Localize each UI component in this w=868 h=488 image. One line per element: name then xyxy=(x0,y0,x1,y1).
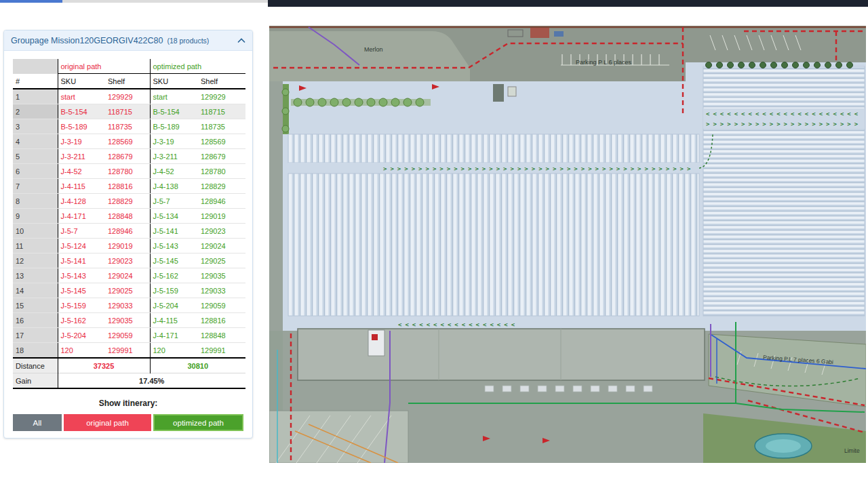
table-row[interactable]: 8J-4-128128829J-5-7128946 xyxy=(13,194,245,209)
original-shelf-cell: 129024 xyxy=(105,268,150,283)
row-index-cell: 3 xyxy=(13,119,58,134)
table-row[interactable]: 11J-5-124129019J-5-143129024 xyxy=(13,239,245,253)
optimized-sku-cell: J-5-143 xyxy=(150,239,198,253)
col-header-optimized-sku: SKU xyxy=(150,74,198,89)
col-header-index: # xyxy=(13,74,58,89)
original-shelf-cell: 129059 xyxy=(105,328,150,343)
optimized-path-arrows-right-2: >>>>>>>>>>>>>>>>>>>>>> xyxy=(706,121,861,127)
table-row[interactable]: 3B-5-189118735B-5-189118735 xyxy=(13,119,245,134)
optimized-sku-cell: J-5-162 xyxy=(150,268,198,283)
original-shelf-cell: 129019 xyxy=(105,239,150,253)
distance-original-value: 37325 xyxy=(58,358,150,373)
table-row[interactable]: 6J-4-52128780J-4-52128780 xyxy=(13,164,245,179)
optimized-sku-cell: J-5-141 xyxy=(150,224,198,239)
distance-optimized-value: 30810 xyxy=(150,358,245,373)
table-row[interactable]: 1start129929start129929 xyxy=(13,89,245,104)
optimized-shelf-cell: 128946 xyxy=(198,194,245,209)
table-row[interactable]: 12J-5-141129023J-5-145129025 xyxy=(13,253,245,268)
row-index-cell: 4 xyxy=(13,134,58,149)
optimized-sku-cell: J-5-145 xyxy=(150,253,198,268)
row-index-cell: 5 xyxy=(13,149,58,164)
table-row[interactable]: 15J-5-159129033J-5-204129059 xyxy=(13,298,245,313)
gain-row: Gain 17.45% xyxy=(13,373,245,389)
original-sku-cell: J-5-204 xyxy=(58,328,105,343)
optimized-sku-cell: J-5-159 xyxy=(150,283,198,298)
table-row[interactable]: 5J-3-211128679J-3-211128679 xyxy=(13,149,245,164)
optimized-sku-cell: B-5-154 xyxy=(150,104,198,119)
group-header-row: original path optimized path xyxy=(13,59,245,74)
table-row[interactable]: 2B-5-154118715B-5-154118715 xyxy=(13,104,245,119)
col-header-original-shelf: Shelf xyxy=(105,74,150,89)
group-header-spacer xyxy=(13,59,58,74)
table-row[interactable]: 18120129991120129991 xyxy=(13,343,245,359)
table-row[interactable]: 14J-5-145129025J-5-159129033 xyxy=(13,283,245,298)
original-sku-cell: J-5-162 xyxy=(58,313,105,328)
original-path-button[interactable]: original path xyxy=(64,414,151,431)
optimized-shelf-cell: 128848 xyxy=(198,328,245,343)
original-shelf-cell: 118735 xyxy=(105,119,150,134)
table-row[interactable]: 10J-5-7128946J-5-141129023 xyxy=(13,224,245,239)
optimized-path-button[interactable]: optimized path xyxy=(153,414,243,431)
optimized-sku-cell: J-5-7 xyxy=(150,194,198,209)
original-shelf-cell: 128946 xyxy=(105,224,150,239)
warehouse-map-svg: >>>>>>>>>>>>>>>>>>>>>>>>>>>>>>>>>>>>>>>>… xyxy=(269,26,866,463)
row-index-cell: 14 xyxy=(13,283,58,298)
original-sku-cell: J-3-19 xyxy=(58,134,105,149)
original-sku-cell: B-5-189 xyxy=(58,119,105,134)
optimized-sku-cell: J-4-138 xyxy=(150,179,198,194)
table-row[interactable]: 4J-3-19128569J-3-19128569 xyxy=(13,134,245,149)
floorplan-map[interactable]: >>>>>>>>>>>>>>>>>>>>>>>>>>>>>>>>>>>>>>>>… xyxy=(269,26,866,463)
optimized-sku-cell: J-5-134 xyxy=(150,209,198,224)
table-row[interactable]: 9J-4-171128848J-5-134129019 xyxy=(13,209,245,224)
building-bottom xyxy=(298,329,705,380)
optimized-shelf-cell: 129023 xyxy=(198,224,245,239)
row-index-cell: 17 xyxy=(13,328,58,343)
path-comparison-table: original path optimized path # SKU Shelf… xyxy=(13,59,245,389)
row-index-cell: 12 xyxy=(13,253,58,268)
table-row[interactable]: 16J-5-162129035J-4-115128816 xyxy=(13,313,245,328)
top-loading-bar xyxy=(0,0,62,3)
optimized-shelf-cell: 129033 xyxy=(198,283,245,298)
rack-block-right xyxy=(703,66,865,316)
row-index-cell: 9 xyxy=(13,209,58,224)
mission-panel: Groupage Mission120GEORGIV422C80 (18 pro… xyxy=(3,30,253,439)
path-table-body: 1start129929start1299292B-5-154118715B-5… xyxy=(13,89,245,358)
col-header-optimized-shelf: Shelf xyxy=(198,74,245,89)
row-index-cell: 18 xyxy=(13,343,58,359)
table-row[interactable]: 13J-5-143129024J-5-162129035 xyxy=(13,268,245,283)
original-sku-cell: J-4-171 xyxy=(58,209,105,224)
original-sku-cell: J-5-145 xyxy=(58,283,105,298)
original-shelf-cell: 128780 xyxy=(105,164,150,179)
optimized-shelf-cell: 128816 xyxy=(198,313,245,328)
show-all-button[interactable]: All xyxy=(13,414,62,431)
table-row[interactable]: 17J-5-204129059J-4-171128848 xyxy=(13,328,245,343)
original-sku-cell: J-5-124 xyxy=(58,239,105,253)
optimized-path-arrows-bottom: <<<<<<<<<<<<<<<<< xyxy=(398,321,518,328)
original-shelf-cell: 129991 xyxy=(105,343,150,359)
mission-title: Groupage Mission120GEORGIV422C80 xyxy=(11,36,163,45)
original-sku-cell: J-5-7 xyxy=(58,224,105,239)
collapse-chevron-icon[interactable] xyxy=(237,38,245,43)
optimized-shelf-cell: 118735 xyxy=(198,119,245,134)
row-index-cell: 7 xyxy=(13,179,58,194)
map-label-merlon: Merlon xyxy=(364,46,383,53)
row-index-cell: 2 xyxy=(13,104,58,119)
optimized-sku-cell: J-4-52 xyxy=(150,164,198,179)
original-shelf-cell: 129025 xyxy=(105,283,150,298)
original-shelf-cell: 128679 xyxy=(105,149,150,164)
original-shelf-cell: 129035 xyxy=(105,313,150,328)
panel-header[interactable]: Groupage Mission120GEORGIV422C80 (18 pro… xyxy=(4,30,252,51)
original-sku-cell: J-5-159 xyxy=(58,298,105,313)
original-sku-cell: 120 xyxy=(58,343,105,359)
optimized-shelf-cell: 129035 xyxy=(198,268,245,283)
optimized-sku-cell: J-3-211 xyxy=(150,149,198,164)
original-path-header: original path xyxy=(58,59,150,74)
optimized-sku-cell: J-3-19 xyxy=(150,134,198,149)
table-row[interactable]: 7J-4-115128816J-4-138128829 xyxy=(13,179,245,194)
show-itinerary-label: Show itinerary: xyxy=(4,399,252,408)
top-strip xyxy=(62,0,268,3)
col-header-original-sku: SKU xyxy=(58,74,105,89)
optimized-path-header: optimized path xyxy=(150,59,245,74)
optimized-shelf-cell: 129025 xyxy=(198,253,245,268)
optimized-sku-cell: start xyxy=(150,89,198,104)
